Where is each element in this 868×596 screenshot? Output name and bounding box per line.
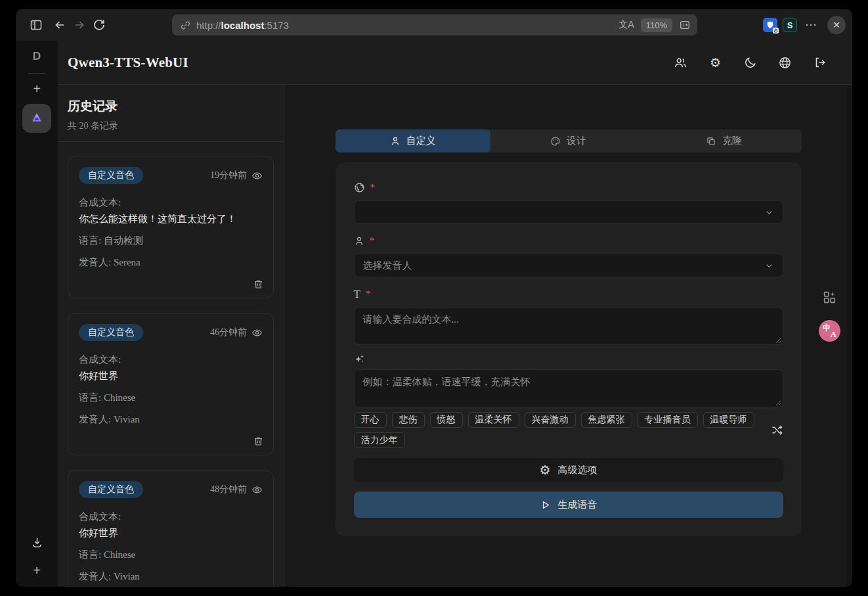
required-asterisk: * [366,288,371,300]
style-instruction-input[interactable] [354,369,783,407]
language-globe-icon[interactable] [778,56,792,70]
copy-icon [706,136,716,147]
logout-icon[interactable] [813,56,827,70]
browser-window: http://localhost:5173 文A 110% [16,9,852,587]
tab-bar: 自定义 设计 [336,129,802,152]
emotion-chip[interactable]: 兴奋激动 [525,412,576,428]
zh-glyph: 中 [823,323,831,334]
voice-type-badge: 自定义音色 [79,324,143,341]
language-value: 语言: Chinese [79,549,263,561]
view-eye-icon[interactable] [251,327,263,338]
web-content: Qwen3-TTS-WebUI ⚙ [58,41,852,587]
add-workspace-button[interactable]: + [33,563,41,578]
main-area: 自定义 设计 [284,85,852,586]
history-card[interactable]: 自定义音色 46分钟前 [68,313,274,455]
sparkles-icon [354,354,365,365]
generate-speech-button[interactable]: 生成语音 [354,492,783,518]
header-actions: ⚙ [674,56,827,70]
reload-icon[interactable] [89,15,109,35]
text-label: 合成文本: [79,196,263,209]
delete-trash-icon[interactable] [253,279,264,290]
url-bar[interactable]: http://localhost:5173 文A 110% [172,14,697,35]
app-header: Qwen3-TTS-WebUI ⚙ [58,41,852,85]
emotion-chip[interactable]: 活力少年 [354,432,405,448]
page-title: Qwen3-TTS-WebUI [68,55,188,71]
generate-speech-label: 生成语音 [558,499,597,511]
immersive-translate-button[interactable]: 中 A [819,320,840,342]
en-glyph: A [831,329,836,340]
timestamp: 48分钟前 [210,484,247,495]
tab-label: 自定义 [406,135,436,147]
extension-grid-sparkle-icon[interactable] [823,290,836,304]
dark-mode-moon-icon[interactable] [743,56,757,70]
delete-trash-icon[interactable] [253,436,264,447]
close-window-icon[interactable]: ✕ [827,16,846,34]
language-value: 语言: 自动检测 [79,235,263,247]
tts-form-panel: * [336,162,802,536]
world-icon [354,182,365,193]
required-asterisk: * [370,182,376,193]
speaker-select[interactable]: 选择发音人 [354,254,783,277]
tab-custom[interactable]: 自定义 [336,129,491,152]
bitwarden-extension-icon[interactable] [763,18,777,32]
browser-topbar: http://localhost:5173 文A 110% [16,9,852,41]
voice-type-badge: 自定义音色 [79,481,143,498]
scrollbar-track[interactable] [846,85,852,587]
emotion-chip[interactable]: 开心 [354,412,387,428]
url-text: http://localhost:5173 [196,20,618,31]
downloads-icon[interactable] [31,536,43,549]
back-icon[interactable] [50,15,70,35]
emotion-chip[interactable]: 愤怒 [430,412,463,428]
settings-gear-icon[interactable]: ⚙ [708,56,722,70]
browser-menu-icon[interactable]: ⋯ [802,18,819,32]
floating-widgets: 中 A [819,290,840,342]
emotion-chip[interactable]: 温柔关怀 [468,412,519,428]
synthesized-text: 你怎么能这样做！这简直太过分了！ [79,213,263,225]
text-label: 合成文本: [79,511,263,523]
history-card[interactable]: 自定义音色 19分钟前 [68,156,274,298]
emotion-chip[interactable]: 专业播音员 [638,412,698,428]
shuffle-icon[interactable] [771,424,783,436]
person-icon [390,136,401,147]
tab-clone[interactable]: 克隆 [646,129,802,152]
advanced-options-button[interactable]: ⚙ 高级选项 [354,458,783,482]
topbar-right-cluster: S ⋯ ✕ [763,9,846,41]
required-asterisk: * [370,235,375,246]
advanced-options-label: 高级选项 [558,464,597,476]
zoom-level-badge[interactable]: 110% [641,18,672,32]
text-label: 合成文本: [79,354,263,366]
history-title: 历史记录 [68,98,274,115]
emotion-chip[interactable]: 悲伤 [392,412,425,428]
users-icon[interactable] [674,56,687,70]
timestamp: 19分钟前 [210,170,247,181]
browser-sidebar: D + + [16,41,58,587]
speaker-select-placeholder: 选择发音人 [363,260,764,272]
chevron-down-icon [764,261,774,271]
active-tab-favicon[interactable] [22,104,51,133]
history-panel: 历史记录 共 20 条记录 自定义音色 19分钟前 [58,85,284,586]
translate-page-icon[interactable]: 文A [618,19,634,31]
workspace-letter[interactable]: D [33,50,41,63]
reader-mode-icon[interactable] [679,19,691,31]
tab-label: 克隆 [722,135,742,147]
play-icon [540,499,551,511]
sidebar-bottom-cluster: + [16,536,58,578]
synthesis-text-input[interactable] [354,307,783,345]
timestamp: 46分钟前 [210,327,247,338]
qwen-favicon [30,112,43,125]
language-select[interactable] [354,200,783,224]
app-body: 历史记录 共 20 条记录 自定义音色 19分钟前 [58,85,852,586]
stylus-extension-icon[interactable]: S [783,18,797,32]
forward-icon[interactable] [70,15,89,35]
language-field-label: * [354,182,783,193]
divider [28,73,45,74]
view-eye-icon[interactable] [251,170,263,181]
view-eye-icon[interactable] [251,484,263,495]
tab-design[interactable]: 设计 [490,129,646,152]
new-tab-button[interactable]: + [33,81,41,96]
sidebar-toggle-icon[interactable] [26,15,46,35]
emotion-chip[interactable]: 焦虑紧张 [581,412,632,428]
text-type-icon: T [354,288,360,301]
history-card[interactable]: 自定义音色 48分钟前 [68,470,274,587]
emotion-chip[interactable]: 温暖导师 [703,412,754,428]
